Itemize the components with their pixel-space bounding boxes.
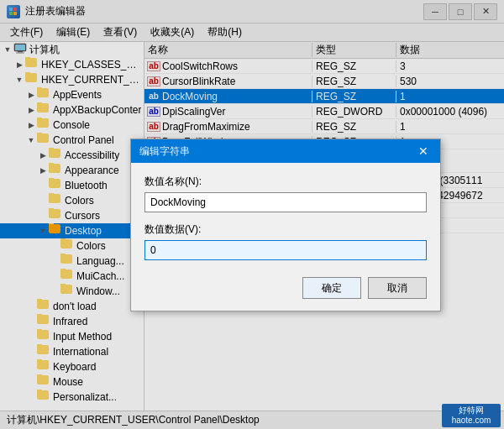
dialog-buttons: 确定 取消	[144, 277, 427, 299]
dialog-data-input[interactable]	[144, 240, 427, 260]
dialog-overlay: 编辑字符串 ✕ 数值名称(N): 数值数据(V): 确定 取消	[0, 0, 504, 429]
dialog-ok-button[interactable]: 确定	[302, 277, 361, 299]
dialog-name-label: 数值名称(N):	[144, 175, 427, 189]
dialog-data-label: 数值数据(V):	[144, 222, 427, 237]
watermark-line2: haote.com	[452, 416, 491, 426]
watermark-line1: 好特网	[459, 405, 484, 416]
dialog-cancel-button[interactable]: 取消	[368, 277, 427, 299]
dialog-title-bar: 编辑字符串 ✕	[131, 139, 440, 163]
dialog-title: 编辑字符串	[139, 144, 415, 159]
watermark: 好特网 haote.com	[442, 404, 501, 427]
dialog-close-button[interactable]: ✕	[415, 143, 432, 160]
dialog-name-input[interactable]	[144, 192, 427, 212]
dialog-body: 数值名称(N): 数值数据(V): 确定 取消	[131, 163, 440, 311]
edit-string-dialog: 编辑字符串 ✕ 数值名称(N): 数值数据(V): 确定 取消	[130, 139, 441, 311]
